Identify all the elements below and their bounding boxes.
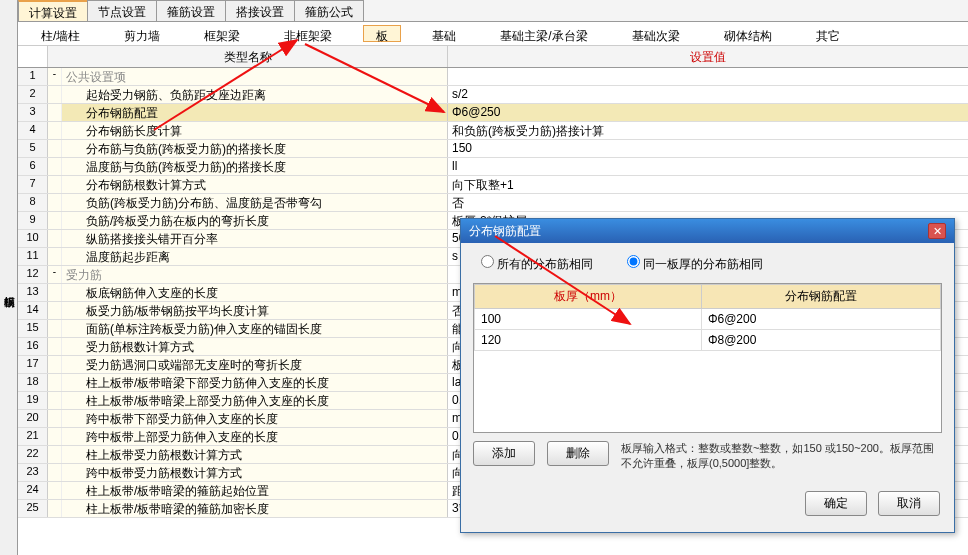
thickness-row[interactable]: 120Φ8@200 bbox=[475, 330, 941, 351]
expand-icon[interactable]: - bbox=[48, 266, 62, 283]
row-name: 温度筋与负筋(跨板受力筋)的搭接长度 bbox=[62, 158, 448, 175]
row-number: 14 bbox=[18, 302, 48, 319]
row-name: 面筋(单标注跨板受力筋)伸入支座的锚固长度 bbox=[62, 320, 448, 337]
table-row[interactable]: 3分布钢筋配置Φ6@250 bbox=[18, 104, 968, 122]
expand-icon bbox=[48, 500, 62, 517]
row-value[interactable]: 否 bbox=[448, 194, 968, 211]
row-number: 4 bbox=[18, 122, 48, 139]
expand-icon bbox=[48, 104, 62, 121]
expand-icon bbox=[48, 194, 62, 211]
expand-icon bbox=[48, 410, 62, 427]
top-tab-0[interactable]: 计算设置 bbox=[18, 0, 88, 21]
sub-tab-4[interactable]: 板 bbox=[363, 25, 401, 42]
row-name: 温度筋起步距离 bbox=[62, 248, 448, 265]
row-value[interactable]: ll bbox=[448, 158, 968, 175]
row-number: 15 bbox=[18, 320, 48, 337]
top-tab-3[interactable]: 搭接设置 bbox=[225, 0, 295, 21]
radio-same-thickness[interactable]: 同一板厚的分布筋相同 bbox=[627, 257, 763, 271]
row-name: 受力筋根数计算方式 bbox=[62, 338, 448, 355]
top-tab-1[interactable]: 节点设置 bbox=[87, 0, 157, 21]
row-number: 23 bbox=[18, 464, 48, 481]
expand-icon bbox=[48, 212, 62, 229]
row-value[interactable]: 150 bbox=[448, 140, 968, 157]
close-icon[interactable]: ✕ bbox=[928, 223, 946, 239]
sub-tab-6[interactable]: 基础主梁/承台梁 bbox=[487, 25, 600, 42]
delete-button[interactable]: 删除 bbox=[547, 441, 609, 466]
row-value[interactable]: 和负筋(跨板受力筋)搭接计算 bbox=[448, 122, 968, 139]
row-name: 分布钢筋根数计算方式 bbox=[62, 176, 448, 193]
row-number: 10 bbox=[18, 230, 48, 247]
sub-tab-3[interactable]: 非框架梁 bbox=[271, 25, 345, 42]
header-value: 设置值 bbox=[448, 46, 968, 67]
expand-icon bbox=[48, 356, 62, 373]
row-number: 17 bbox=[18, 356, 48, 373]
sub-tab-2[interactable]: 框架梁 bbox=[191, 25, 253, 42]
row-number: 24 bbox=[18, 482, 48, 499]
row-number: 19 bbox=[18, 392, 48, 409]
row-number: 22 bbox=[18, 446, 48, 463]
header-type-name: 类型名称 bbox=[48, 46, 448, 67]
row-value[interactable]: s/2 bbox=[448, 86, 968, 103]
cancel-button[interactable]: 取消 bbox=[878, 491, 940, 516]
row-name: 受力筋 bbox=[62, 266, 448, 283]
expand-icon[interactable]: - bbox=[48, 68, 62, 85]
expand-icon bbox=[48, 248, 62, 265]
expand-icon bbox=[48, 392, 62, 409]
table-row[interactable]: 1-公共设置项 bbox=[18, 68, 968, 86]
table-row[interactable]: 4分布钢筋长度计算和负筋(跨板受力筋)搭接计算 bbox=[18, 122, 968, 140]
radio-all-same[interactable]: 所有的分布筋相同 bbox=[481, 257, 593, 271]
row-number: 2 bbox=[18, 86, 48, 103]
sub-tab-5[interactable]: 基础 bbox=[419, 25, 469, 42]
table-row[interactable]: 8负筋(跨板受力筋)分布筋、温度筋是否带弯勾否 bbox=[18, 194, 968, 212]
dialog-titlebar[interactable]: 分布钢筋配置 ✕ bbox=[461, 219, 954, 243]
row-name: 受力筋遇洞口或端部无支座时的弯折长度 bbox=[62, 356, 448, 373]
expand-icon bbox=[48, 374, 62, 391]
thickness-table[interactable]: 板厚（mm） 分布钢筋配置 100Φ6@200120Φ8@200 bbox=[473, 283, 942, 433]
row-name: 柱上板带受力筋根数计算方式 bbox=[62, 446, 448, 463]
expand-icon bbox=[48, 140, 62, 157]
table-row[interactable]: 6温度筋与负筋(跨板受力筋)的搭接长度ll bbox=[18, 158, 968, 176]
expand-icon bbox=[48, 176, 62, 193]
expand-icon bbox=[48, 284, 62, 301]
sub-tab-1[interactable]: 剪力墙 bbox=[111, 25, 173, 42]
vertical-side-tab[interactable]: 模板钢筋 bbox=[0, 0, 18, 555]
row-name: 起始受力钢筋、负筋距支座边距离 bbox=[62, 86, 448, 103]
row-value[interactable] bbox=[448, 68, 968, 85]
row-name: 分布钢筋长度计算 bbox=[62, 122, 448, 139]
sub-tab-8[interactable]: 砌体结构 bbox=[711, 25, 785, 42]
row-name: 负筋(跨板受力筋)分布筋、温度筋是否带弯勾 bbox=[62, 194, 448, 211]
row-name: 柱上板带/板带暗梁下部受力筋伸入支座的长度 bbox=[62, 374, 448, 391]
sub-tab-0[interactable]: 柱/墙柱 bbox=[28, 25, 93, 42]
row-number: 5 bbox=[18, 140, 48, 157]
sub-tab-9[interactable]: 其它 bbox=[803, 25, 853, 42]
expand-icon bbox=[48, 338, 62, 355]
row-name: 跨中板带下部受力筋伸入支座的长度 bbox=[62, 410, 448, 427]
expand-icon bbox=[48, 446, 62, 463]
row-number: 1 bbox=[18, 68, 48, 85]
table-row[interactable]: 7分布钢筋根数计算方式向下取整+1 bbox=[18, 176, 968, 194]
expand-icon bbox=[48, 320, 62, 337]
row-name: 柱上板带/板带暗梁的箍筋起始位置 bbox=[62, 482, 448, 499]
row-number: 11 bbox=[18, 248, 48, 265]
row-value[interactable]: Φ6@250 bbox=[448, 104, 968, 121]
top-tab-2[interactable]: 箍筋设置 bbox=[156, 0, 226, 21]
row-name: 分布钢筋配置 bbox=[62, 104, 448, 121]
row-name: 跨中板带受力筋根数计算方式 bbox=[62, 464, 448, 481]
table-row[interactable]: 2起始受力钢筋、负筋距支座边距离s/2 bbox=[18, 86, 968, 104]
top-tab-4[interactable]: 箍筋公式 bbox=[294, 0, 364, 21]
row-value[interactable]: 向下取整+1 bbox=[448, 176, 968, 193]
top-tab-bar: 计算设置节点设置箍筋设置搭接设置箍筋公式 bbox=[18, 0, 968, 22]
row-name: 纵筋搭接接头错开百分率 bbox=[62, 230, 448, 247]
sub-tab-7[interactable]: 基础次梁 bbox=[619, 25, 693, 42]
expand-icon bbox=[48, 158, 62, 175]
thickness-row[interactable]: 100Φ6@200 bbox=[475, 309, 941, 330]
row-name: 柱上板带/板带暗梁上部受力筋伸入支座的长度 bbox=[62, 392, 448, 409]
expand-icon bbox=[48, 122, 62, 139]
row-name: 跨中板带上部受力筋伸入支座的长度 bbox=[62, 428, 448, 445]
grid-header: 类型名称 设置值 bbox=[18, 46, 968, 68]
add-button[interactable]: 添加 bbox=[473, 441, 535, 466]
sub-tab-bar: 柱/墙柱剪力墙框架梁非框架梁板基础基础主梁/承台梁基础次梁砌体结构其它 bbox=[18, 22, 968, 46]
table-row[interactable]: 5分布筋与负筋(跨板受力筋)的搭接长度150 bbox=[18, 140, 968, 158]
hint-text: 板厚输入格式：整数或整数~整数，如150 或150~200。板厚范围不允许重叠，… bbox=[621, 441, 942, 471]
ok-button[interactable]: 确定 bbox=[805, 491, 867, 516]
